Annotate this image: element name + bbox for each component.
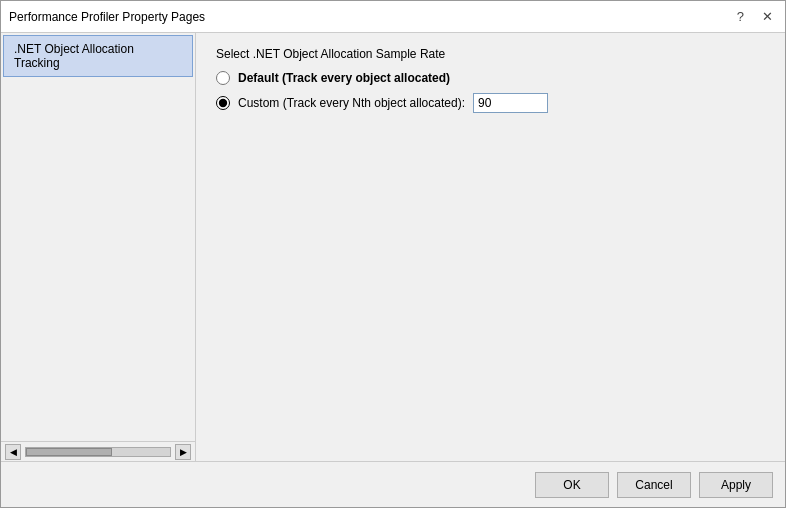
section-title: Select .NET Object Allocation Sample Rat… bbox=[216, 47, 765, 61]
scroll-left-arrow[interactable]: ◀ bbox=[5, 444, 21, 460]
apply-button[interactable]: Apply bbox=[699, 472, 773, 498]
radio-default-label[interactable]: Default (Track every object allocated) bbox=[238, 71, 450, 85]
help-button[interactable]: ? bbox=[733, 10, 748, 23]
custom-value-input[interactable] bbox=[473, 93, 548, 113]
cancel-button[interactable]: Cancel bbox=[617, 472, 691, 498]
title-bar-controls: ? ✕ bbox=[733, 10, 777, 23]
radio-custom-label[interactable]: Custom (Track every Nth object allocated… bbox=[238, 96, 465, 110]
sidebar: .NET Object Allocation Tracking ◀ ▶ bbox=[1, 33, 196, 461]
dialog-window: Performance Profiler Property Pages ? ✕ … bbox=[0, 0, 786, 508]
dialog-footer: OK Cancel Apply bbox=[1, 461, 785, 507]
sidebar-item-net-allocation[interactable]: .NET Object Allocation Tracking bbox=[3, 35, 193, 77]
main-content: Select .NET Object Allocation Sample Rat… bbox=[196, 33, 785, 461]
title-bar: Performance Profiler Property Pages ? ✕ bbox=[1, 1, 785, 33]
scroll-thumb bbox=[26, 448, 112, 456]
radio-group: Default (Track every object allocated) C… bbox=[216, 71, 765, 113]
radio-custom[interactable] bbox=[216, 96, 230, 110]
radio-default[interactable] bbox=[216, 71, 230, 85]
scroll-right-arrow[interactable]: ▶ bbox=[175, 444, 191, 460]
dialog-body: .NET Object Allocation Tracking ◀ ▶ Sele… bbox=[1, 33, 785, 461]
ok-button[interactable]: OK bbox=[535, 472, 609, 498]
window-title: Performance Profiler Property Pages bbox=[9, 10, 205, 24]
radio-custom-row: Custom (Track every Nth object allocated… bbox=[216, 93, 765, 113]
sidebar-scrollbar: ◀ ▶ bbox=[1, 441, 195, 461]
sidebar-items: .NET Object Allocation Tracking bbox=[1, 33, 195, 441]
scroll-track[interactable] bbox=[25, 447, 171, 457]
radio-default-row: Default (Track every object allocated) bbox=[216, 71, 765, 85]
close-button[interactable]: ✕ bbox=[758, 10, 777, 23]
